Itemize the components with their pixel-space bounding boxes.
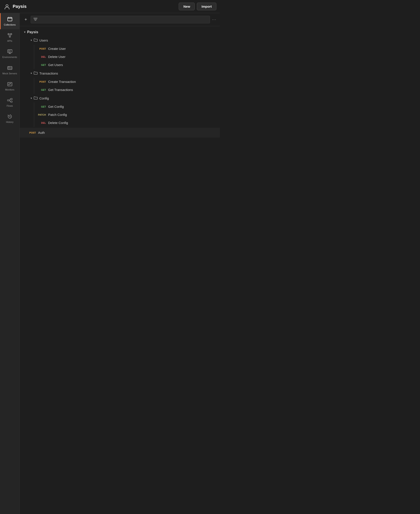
transactions-folder-label: Transactions <box>39 72 58 75</box>
svg-point-2 <box>8 33 9 35</box>
users-children: POST Create User DEL Delete User GET Get… <box>34 44 220 69</box>
monitors-label: Monitors <box>5 88 14 91</box>
request-name-delete-user: Delete User <box>48 55 65 59</box>
svg-rect-20 <box>11 101 12 102</box>
sidebar-item-flows[interactable]: Flows <box>0 94 19 110</box>
method-del-2: DEL <box>38 122 46 124</box>
svg-rect-18 <box>8 100 9 101</box>
request-delete-config[interactable]: DEL Delete Config <box>34 119 220 127</box>
apis-label: APIs <box>7 40 12 42</box>
method-get-2: GET <box>38 88 46 91</box>
svg-rect-12 <box>8 66 12 70</box>
svg-line-7 <box>10 35 11 37</box>
collection-name: Paysis <box>27 30 38 34</box>
method-del-1: DEL <box>38 56 46 58</box>
sidebar-item-apis[interactable]: APIs <box>0 29 19 45</box>
config-chevron: ▾ <box>31 97 32 100</box>
users-folder-icon <box>34 38 38 42</box>
request-name-get-config: Get Config <box>48 105 64 109</box>
svg-rect-1 <box>8 17 12 21</box>
apis-icon <box>7 32 13 38</box>
folder-users: ▾ Users POST Create User <box>20 36 220 69</box>
flows-label: Flows <box>7 104 13 107</box>
request-name-auth: Auth <box>38 131 45 134</box>
svg-rect-9 <box>8 51 10 52</box>
users-folder-label: Users <box>39 38 48 42</box>
svg-point-16 <box>9 67 9 67</box>
monitors-icon <box>7 81 13 87</box>
folder-users-row[interactable]: ▾ Users <box>31 36 220 44</box>
main-layout: Collections APIs <box>0 13 220 514</box>
folder-config: ▾ Config GET Get Config <box>20 94 220 127</box>
method-get-1: GET <box>38 64 46 66</box>
method-get-3: GET <box>38 105 46 108</box>
method-post-1: POST <box>38 47 46 50</box>
sidebar-item-monitors[interactable]: Monitors <box>0 78 19 94</box>
toolbar: + ··· <box>20 13 220 26</box>
transactions-folder-icon <box>34 71 38 75</box>
collection-tree: ▾ Paysis ▾ Users POST <box>20 26 220 140</box>
root-chevron: ▾ <box>24 31 25 34</box>
transactions-chevron: ▾ <box>31 72 32 75</box>
more-options-button[interactable]: ··· <box>212 18 216 22</box>
request-get-transactions[interactable]: GET Get Transactions <box>34 86 220 94</box>
user-icon <box>3 3 10 10</box>
flows-icon <box>7 97 13 103</box>
request-name-get-users: Get Users <box>48 63 63 67</box>
import-button[interactable]: Import <box>197 3 216 10</box>
collection-root[interactable]: ▾ Paysis <box>20 29 220 36</box>
environments-icon <box>7 49 13 55</box>
svg-point-15 <box>8 67 9 67</box>
svg-rect-8 <box>8 50 12 53</box>
svg-line-26 <box>10 117 10 117</box>
request-get-config[interactable]: GET Get Config <box>34 103 220 111</box>
request-get-users[interactable]: GET Get Users <box>34 61 220 69</box>
request-name-create-transaction: Create Transaction <box>48 80 76 83</box>
header-buttons: New Import <box>179 3 216 10</box>
request-delete-user[interactable]: DEL Delete User <box>34 53 220 61</box>
filter-icon <box>33 18 38 22</box>
history-label: History <box>6 121 13 124</box>
request-name-patch-config: Patch Config <box>48 113 67 117</box>
config-folder-icon <box>34 96 38 100</box>
sidebar-item-environments[interactable]: Environments <box>0 45 19 62</box>
sidebar-item-collections[interactable]: Collections <box>0 13 19 29</box>
request-name-delete-config: Delete Config <box>48 121 68 125</box>
users-chevron: ▾ <box>31 39 32 42</box>
add-button[interactable]: + <box>23 16 29 23</box>
request-name-get-transactions: Get Transactions <box>48 88 73 92</box>
request-create-transaction[interactable]: POST Create Transaction <box>34 78 220 86</box>
method-post-2: POST <box>38 81 46 83</box>
transactions-children: POST Create Transaction GET Get Transact… <box>34 78 220 94</box>
folder-config-row[interactable]: ▾ Config <box>31 94 220 103</box>
method-patch-1: PATCH <box>38 113 46 116</box>
svg-point-3 <box>10 33 12 35</box>
config-children: GET Get Config PATCH Patch Config DEL De… <box>34 103 220 127</box>
svg-line-6 <box>9 35 9 37</box>
content-panel: + ··· ▾ Paysis <box>20 13 220 514</box>
request-auth[interactable]: POST Auth <box>20 128 220 138</box>
sidebar-item-history[interactable]: History <box>0 110 19 127</box>
request-create-user[interactable]: POST Create User <box>34 44 220 53</box>
workspace-title: Paysis <box>13 4 26 9</box>
sidebar: Collections APIs <box>0 13 20 514</box>
header-left: Paysis <box>3 3 26 10</box>
folder-transactions: ▾ Transactions POST Create Transaction <box>20 69 220 94</box>
request-patch-config[interactable]: PATCH Patch Config <box>34 111 220 119</box>
history-icon <box>7 113 13 120</box>
folder-transactions-row[interactable]: ▾ Transactions <box>31 69 220 78</box>
collections-label: Collections <box>4 23 16 26</box>
method-post-auth: POST <box>28 131 36 134</box>
svg-point-0 <box>6 5 8 7</box>
svg-rect-19 <box>11 98 12 100</box>
sidebar-item-mock-servers[interactable]: Mock Servers <box>0 62 19 78</box>
new-button[interactable]: New <box>179 3 195 10</box>
header: Paysis New Import <box>0 0 220 13</box>
request-name-create-user: Create User <box>48 47 66 51</box>
environments-label: Environments <box>2 56 17 59</box>
mock-servers-icon <box>7 65 13 71</box>
search-bar[interactable] <box>31 16 210 23</box>
mock-servers-label: Mock Servers <box>2 72 17 75</box>
config-folder-label: Config <box>39 96 49 100</box>
collections-icon <box>7 16 13 22</box>
